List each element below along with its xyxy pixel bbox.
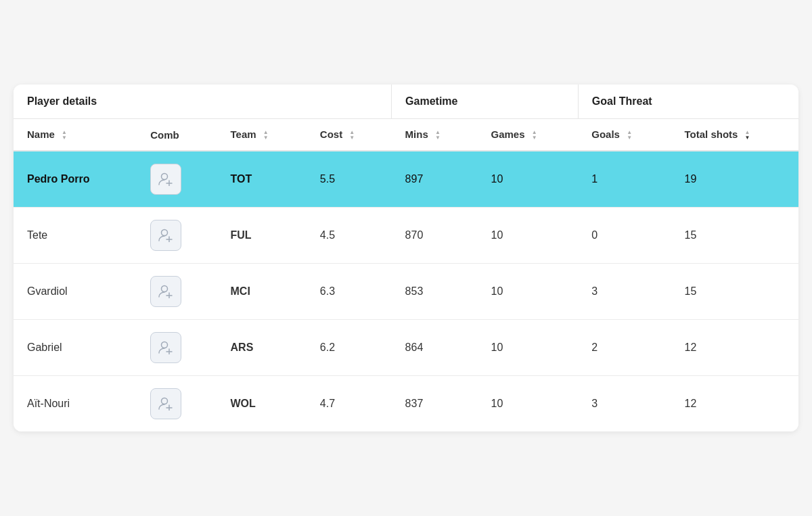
team-code: ARS (231, 342, 254, 353)
player-stats-table: Player details Gametime Goal Threat Name… (14, 85, 798, 431)
col-header-total-shots[interactable]: Total shots (671, 118, 798, 151)
cost-cell: 6.3 (307, 264, 392, 320)
games-cell: 10 (478, 208, 579, 264)
cost-cell: 5.5 (307, 151, 392, 208)
col-header-goals[interactable]: Goals (578, 118, 671, 151)
player-name: Pedro Porro (27, 173, 89, 185)
add-player-button[interactable] (150, 220, 181, 251)
add-player-button[interactable] (150, 332, 181, 363)
goals-cell: 2 (578, 320, 671, 376)
mins-cell: 864 (392, 320, 478, 376)
team-cell: MCI (217, 264, 307, 320)
player-name-cell: Gvardiol (14, 264, 137, 320)
comb-cell (137, 320, 217, 376)
table-row: Gabriel ARS6.286410212 (14, 320, 798, 376)
games-cell: 10 (478, 376, 579, 432)
comb-cell (137, 376, 217, 432)
col-header-comb: Comb (137, 118, 217, 151)
col-header-team[interactable]: Team (217, 118, 307, 151)
player-name-cell: Pedro Porro (14, 151, 137, 208)
sort-goals-icon (627, 130, 632, 141)
comb-cell (137, 264, 217, 320)
col-header-games[interactable]: Games (478, 118, 579, 151)
team-cell: TOT (217, 151, 307, 208)
svg-point-9 (162, 342, 168, 348)
sort-cost-icon (349, 130, 355, 141)
add-player-button[interactable] (150, 388, 181, 419)
table-row: Tete FUL4.587010015 (14, 208, 798, 264)
total-shots-cell: 15 (671, 208, 798, 264)
comb-cell (137, 208, 217, 264)
team-cell: ARS (217, 320, 307, 376)
sort-games-icon (532, 130, 537, 141)
player-name: Tete (27, 229, 47, 241)
sort-shots-icon (745, 130, 750, 141)
table-row: Aït-Nouri WOL4.783710312 (14, 376, 798, 432)
col-header-cost[interactable]: Cost (307, 118, 392, 151)
total-shots-cell: 15 (671, 264, 798, 320)
col-header-mins[interactable]: Mins (392, 118, 478, 151)
table-row: Pedro Porro TOT5.589710119 (14, 151, 798, 208)
cost-cell: 4.7 (307, 376, 392, 432)
team-code: FUL (231, 229, 252, 241)
team-code: WOL (231, 398, 256, 409)
goals-cell: 3 (578, 376, 671, 432)
cost-cell: 6.2 (307, 320, 392, 376)
goals-cell: 1 (578, 151, 671, 208)
player-name-cell: Tete (14, 208, 137, 264)
group-header-row: Player details Gametime Goal Threat (14, 85, 798, 119)
total-shots-cell: 12 (671, 320, 798, 376)
total-shots-cell: 12 (671, 376, 798, 432)
sort-name-icon (62, 130, 67, 141)
games-cell: 10 (478, 264, 579, 320)
mins-cell: 870 (392, 208, 478, 264)
goals-cell: 3 (578, 264, 671, 320)
team-cell: WOL (217, 376, 307, 432)
svg-point-12 (162, 398, 168, 404)
table-row: Gvardiol MCI6.385310315 (14, 264, 798, 320)
cost-cell: 4.5 (307, 208, 392, 264)
svg-point-6 (162, 286, 168, 292)
table-body: Pedro Porro TOT5.589710119Tete FUL4.5870… (14, 151, 798, 431)
games-cell: 10 (478, 320, 579, 376)
player-name: Gabriel (27, 342, 62, 353)
player-name: Gvardiol (27, 285, 68, 297)
col-header-name[interactable]: Name (14, 118, 137, 151)
mins-cell: 853 (392, 264, 478, 320)
group-player-details: Player details (14, 85, 392, 119)
mins-cell: 897 (392, 151, 478, 208)
player-name-cell: Gabriel (14, 320, 137, 376)
svg-point-0 (162, 174, 168, 180)
team-cell: FUL (217, 208, 307, 264)
sort-team-icon (263, 130, 269, 141)
player-name-cell: Aït-Nouri (14, 376, 137, 432)
add-player-button[interactable] (150, 276, 181, 307)
mins-cell: 837 (392, 376, 478, 432)
games-cell: 10 (478, 151, 579, 208)
player-name: Aït-Nouri (27, 398, 70, 409)
stats-table-container: Player details Gametime Goal Threat Name… (14, 85, 798, 431)
group-goal-threat: Goal Threat (578, 85, 798, 119)
team-code: TOT (231, 173, 252, 185)
goals-cell: 0 (578, 208, 671, 264)
column-header-row: Name Comb Team Cost Mins (14, 118, 798, 151)
comb-cell (137, 151, 217, 208)
sort-mins-icon (435, 130, 441, 141)
total-shots-cell: 19 (671, 151, 798, 208)
group-gametime: Gametime (392, 85, 579, 119)
svg-point-3 (162, 230, 168, 236)
add-player-button[interactable] (150, 164, 181, 195)
team-code: MCI (231, 285, 250, 297)
